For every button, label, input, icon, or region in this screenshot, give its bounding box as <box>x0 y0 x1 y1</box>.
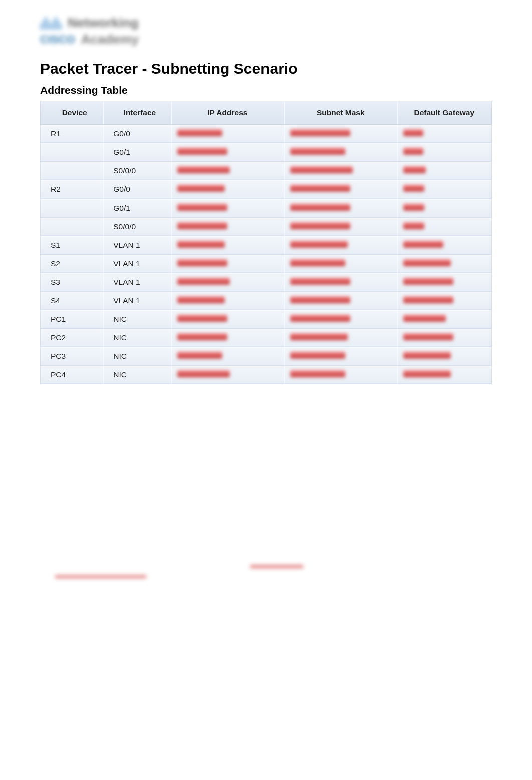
table-row: S4VLAN 1 <box>40 292 492 310</box>
redacted-value <box>403 148 423 155</box>
redacted-value <box>177 259 227 266</box>
cell-device: PC1 <box>40 310 103 329</box>
cell-mask <box>284 366 397 384</box>
table-row: PC3NIC <box>40 347 492 366</box>
cell-interface: VLAN 1 <box>103 292 171 310</box>
redacted-value <box>177 296 225 303</box>
cell-gateway <box>397 310 492 329</box>
cell-interface: G0/1 <box>103 143 171 162</box>
cell-gateway <box>397 125 492 143</box>
cell-ip <box>171 273 285 292</box>
cell-gateway <box>397 347 492 366</box>
logo-brand: CISCO <box>40 33 75 46</box>
cell-gateway <box>397 329 492 347</box>
redacted-value <box>290 166 353 173</box>
redacted-value <box>177 204 227 211</box>
cell-gateway <box>397 218 492 236</box>
redacted-value <box>177 185 225 192</box>
redacted-value <box>177 278 230 285</box>
redacted-value <box>290 296 350 303</box>
table-row: R2G0/0 <box>40 180 492 199</box>
cell-interface: VLAN 1 <box>103 255 171 273</box>
cell-interface: S0/0/0 <box>103 162 171 180</box>
table-row: PC2NIC <box>40 329 492 347</box>
cell-device: S2 <box>40 255 103 273</box>
cell-mask <box>284 162 397 180</box>
cell-mask <box>284 236 397 255</box>
cell-mask <box>284 125 397 143</box>
cell-mask <box>284 180 397 199</box>
redacted-value <box>177 333 227 340</box>
cell-gateway <box>397 180 492 199</box>
cell-interface: S0/0/0 <box>103 218 171 236</box>
cell-gateway <box>397 366 492 384</box>
table-row: R1G0/0 <box>40 125 492 143</box>
logo-line-1: Networking <box>68 15 139 31</box>
redacted-value <box>290 315 350 322</box>
cell-device: PC2 <box>40 329 103 347</box>
cell-mask <box>284 273 397 292</box>
cell-interface: NIC <box>103 329 171 347</box>
table-row: S0/0/0 <box>40 162 492 180</box>
cell-ip <box>171 199 285 218</box>
redacted-value <box>290 185 350 192</box>
cell-mask <box>284 310 397 329</box>
cell-mask <box>284 292 397 310</box>
addressing-table-heading: Addressing Table <box>40 84 492 96</box>
cell-ip <box>171 292 285 310</box>
redacted-value <box>290 352 345 359</box>
redacted-value <box>177 352 222 359</box>
cell-ip <box>171 310 285 329</box>
cell-device: PC3 <box>40 347 103 366</box>
col-header-mask: Subnet Mask <box>284 101 397 125</box>
redacted-value <box>403 129 423 136</box>
cell-ip <box>171 143 285 162</box>
redacted-value <box>177 222 227 229</box>
logo: Networking CISCO Academy <box>40 15 492 47</box>
cell-mask <box>284 255 397 273</box>
cell-interface: NIC <box>103 366 171 384</box>
table-row: PC4NIC <box>40 366 492 384</box>
table-row: S1VLAN 1 <box>40 236 492 255</box>
cell-ip <box>171 125 285 143</box>
redacted-value <box>290 129 350 136</box>
table-row: S0/0/0 <box>40 218 492 236</box>
cell-ip <box>171 236 285 255</box>
redacted-value <box>177 129 222 136</box>
cell-device: S4 <box>40 292 103 310</box>
cell-device: PC4 <box>40 366 103 384</box>
cell-ip <box>171 162 285 180</box>
redacted-value <box>177 166 230 173</box>
table-row: PC1NIC <box>40 310 492 329</box>
cell-ip <box>171 366 285 384</box>
redacted-value <box>403 204 424 211</box>
table-row: G0/1 <box>40 143 492 162</box>
redacted-value <box>403 352 451 359</box>
cell-ip <box>171 255 285 273</box>
cell-device: R2 <box>40 180 103 199</box>
cell-device <box>40 218 103 236</box>
cell-ip <box>171 347 285 366</box>
cell-ip <box>171 180 285 199</box>
redacted-value <box>290 278 350 285</box>
redacted-value <box>177 315 227 322</box>
redacted-value <box>403 370 451 377</box>
redacted-value <box>403 185 424 192</box>
cell-device: S1 <box>40 236 103 255</box>
redacted-value <box>290 148 345 155</box>
redacted-value <box>290 222 350 229</box>
cell-device <box>40 162 103 180</box>
cisco-bars-icon <box>40 17 62 30</box>
col-header-ip: IP Address <box>171 101 285 125</box>
cell-device <box>40 143 103 162</box>
col-header-interface: Interface <box>103 101 171 125</box>
cell-mask <box>284 347 397 366</box>
page-title: Packet Tracer - Subnetting Scenario <box>40 60 492 77</box>
cell-device: R1 <box>40 125 103 143</box>
redacted-value <box>290 204 350 211</box>
document-page: Networking CISCO Academy Packet Tracer -… <box>0 0 532 780</box>
redacted-value <box>403 333 453 340</box>
cell-interface: G0/1 <box>103 199 171 218</box>
cell-ip <box>171 218 285 236</box>
redacted-value <box>403 259 451 266</box>
